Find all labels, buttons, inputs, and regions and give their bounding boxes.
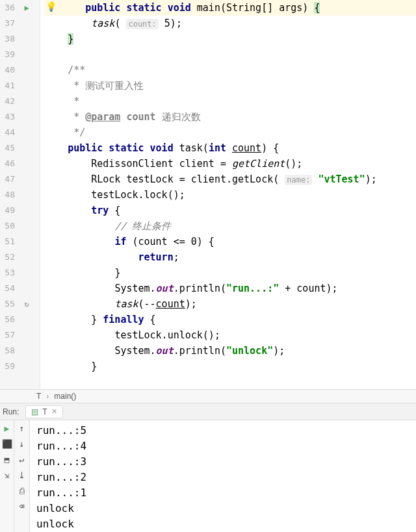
console-line: run...:1 (36, 485, 410, 501)
code-line: // 终止条件 (44, 218, 416, 234)
code-line: try { (44, 203, 416, 218)
code-line: /** (44, 62, 416, 78)
line-number: 41 (0, 78, 16, 94)
code-line: testLock.lock(); (44, 187, 416, 203)
clear-icon[interactable]: ⌫ (17, 501, 27, 511)
breadcrumb-class[interactable]: T (36, 392, 41, 401)
line-number: 56 (0, 312, 16, 327)
line-number: 54 (0, 281, 16, 296)
up-stack-icon[interactable]: ↑ (17, 423, 27, 433)
code-line: * @param count 递归次数 (44, 109, 416, 125)
code-line: task(--count); (44, 296, 416, 312)
code-line: public static void main(String[] args) { (44, 0, 416, 16)
code-line: } (44, 31, 416, 47)
run-toolbar-secondary: ↑ ↓ ↵ ⤓ ⎙ ⌫ (14, 420, 30, 532)
code-line: testLock.unlock(); (44, 327, 416, 343)
run-label: Run: (3, 407, 19, 416)
line-number: 57 (0, 327, 16, 343)
breadcrumb-method[interactable]: main() (54, 392, 76, 401)
console-line: run...:5 (36, 423, 410, 438)
console-line: run...:4 (36, 438, 410, 454)
code-line: System.out.println("run...:" + count); (44, 281, 416, 296)
run-header: Run: ▤ T ✕ (0, 403, 416, 420)
line-number: 52 (0, 249, 16, 265)
down-stack-icon[interactable]: ↓ (17, 438, 27, 449)
line-number: 47 (0, 171, 16, 187)
restore-layout-icon[interactable]: ⬒ (2, 454, 12, 464)
chevron-right-icon: › (46, 392, 49, 401)
line-number: 44 (0, 125, 16, 140)
console-line: run...:2 (36, 470, 410, 485)
stop-icon[interactable]: ⬛ (2, 438, 12, 449)
run-tool-window: ▶ ⬛ ⬒ ⇲ ↑ ↓ ↵ ⤓ ⎙ ⌫ run...:5 run...:4 ru… (0, 420, 416, 532)
line-number: 51 (0, 234, 16, 249)
recursion-gutter-icon[interactable]: ↻ (24, 296, 29, 312)
run-tab-icon: ▤ (31, 407, 38, 416)
console-line: unlock (36, 501, 410, 516)
code-line: return; (44, 249, 416, 265)
line-number: 43 (0, 109, 16, 125)
line-number: 46 (0, 156, 16, 171)
code-line: public static void task(int count) { (44, 140, 416, 156)
close-icon[interactable]: ✕ (51, 407, 57, 416)
pin-icon[interactable]: ⇲ (2, 470, 12, 480)
code-line: RLock testLock = client.getLock( name: "… (44, 171, 416, 187)
line-number: 49 (0, 203, 16, 218)
code-line: * (44, 94, 416, 109)
code-line: if (count <= 0) { (44, 234, 416, 249)
line-number: 39 (0, 47, 16, 62)
line-number: 45 (0, 140, 16, 156)
breadcrumb[interactable]: T › main() (0, 389, 416, 403)
code-line: task( count: 5); (44, 16, 416, 31)
line-number: 48 (0, 187, 16, 203)
code-line: * 测试可重入性 (44, 78, 416, 94)
line-number: 37 (0, 16, 16, 31)
code-line: RedissonClient client = getClient(); (44, 156, 416, 171)
console-line: run...:3 (36, 454, 410, 470)
intention-bulb-icon[interactable]: 💡 (46, 1, 57, 12)
code-line: System.out.println("unlock"); (44, 343, 416, 359)
line-number: 58 (0, 343, 16, 359)
run-toolbar-primary: ▶ ⬛ ⬒ ⇲ (0, 420, 14, 532)
code-line: } finally { (44, 312, 416, 327)
line-number: 53 (0, 265, 16, 281)
run-gutter-icon[interactable]: ▶ (24, 0, 29, 16)
code-line (44, 47, 416, 62)
line-number: 42 (0, 94, 16, 109)
line-number: 55 (0, 296, 16, 312)
soft-wrap-icon[interactable]: ↵ (17, 454, 27, 464)
line-number: 38 (0, 31, 16, 47)
gutter: 36▶ 37 38 39 40 41 42 43 44 45 46 47 48 … (0, 0, 40, 389)
run-config-tab[interactable]: ▤ T ✕ (25, 405, 62, 418)
code-line: */ (44, 125, 416, 140)
code-area[interactable]: public static void main(String[] args) {… (40, 0, 416, 389)
console-line: unlock (36, 516, 410, 532)
line-number: 36 (0, 0, 16, 16)
console-output[interactable]: run...:5 run...:4 run...:3 run...:2 run.… (30, 420, 416, 532)
run-tab-label: T (42, 407, 47, 416)
line-number: 50 (0, 218, 16, 234)
scroll-to-end-icon[interactable]: ⤓ (17, 470, 27, 480)
line-number: 40 (0, 62, 16, 78)
rerun-icon[interactable]: ▶ (2, 423, 12, 433)
editor-area: 36▶ 37 38 39 40 41 42 43 44 45 46 47 48 … (0, 0, 416, 389)
print-icon[interactable]: ⎙ (17, 485, 27, 496)
code-line: } (44, 359, 416, 374)
line-number: 59 (0, 359, 16, 374)
code-line: } (44, 265, 416, 281)
